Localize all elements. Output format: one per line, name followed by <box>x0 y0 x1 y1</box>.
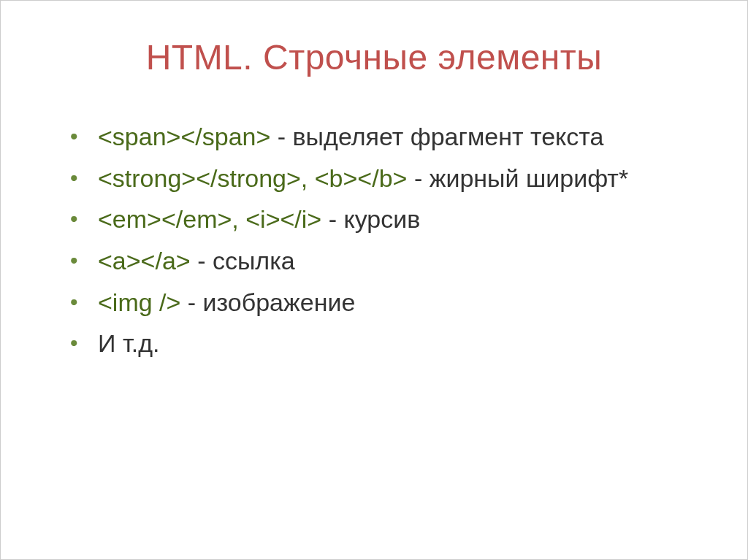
code-tag: <span></span> <box>98 123 270 150</box>
item-desc: И т.д. <box>98 329 159 357</box>
slide-title: HTML. Строчные элементы <box>59 37 689 77</box>
item-desc: - жирный ширифт* <box>407 164 628 192</box>
code-tag: <a></a> <box>98 247 191 275</box>
list-item: <span></span> - выделяет фрагмент текста <box>70 118 689 156</box>
code-tag: <img /> <box>98 288 180 316</box>
list-item: <img /> - изображение <box>70 283 689 322</box>
code-tag: <strong></strong>, <b></b> <box>98 164 407 192</box>
bullet-list: <span></span> - выделяет фрагмент текста… <box>59 118 689 363</box>
item-desc: - ссылка <box>191 247 295 275</box>
item-desc: - выделяет фрагмент текста <box>270 123 603 150</box>
list-item: <strong></strong>, <b></b> - жирный шири… <box>70 159 689 198</box>
code-tag: <em></em>, <i></i> <box>98 205 321 233</box>
list-item: И т.д. <box>70 324 689 363</box>
item-desc: - курсив <box>321 205 420 233</box>
slide: HTML. Строчные элементы <span></span> - … <box>0 0 748 560</box>
list-item: <em></em>, <i></i> - курсив <box>70 200 689 239</box>
item-desc: - изображение <box>180 288 355 316</box>
list-item: <a></a> - ссылка <box>70 242 689 280</box>
